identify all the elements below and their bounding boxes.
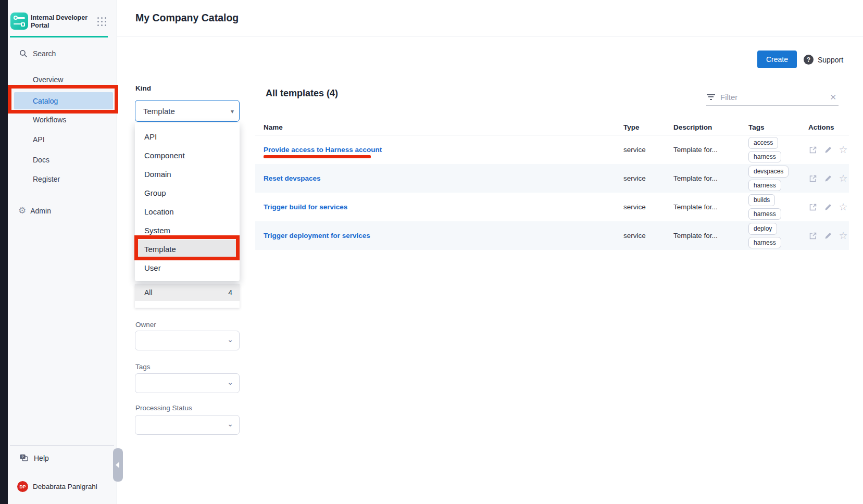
kind-option-api[interactable]: API [135,127,240,146]
clear-filter-icon[interactable]: ✕ [828,93,839,102]
kind-dropdown-menu: API Component Domain Group Location Syst… [135,123,240,281]
sidebar-item-search[interactable]: Search [19,49,56,58]
kind-option-user[interactable]: User [135,258,240,277]
page-header: My Company Catalog [117,0,863,36]
sidebar-item-workflows[interactable]: Workflows [33,116,66,124]
table-row: Reset devspaces service Template for... … [255,164,849,193]
kind-option-domain[interactable]: Domain [135,165,240,183]
chevron-down-icon: ⌄ [227,420,233,428]
tag-chip: builds [748,194,775,206]
tag-chip: devspaces [748,166,789,178]
kind-all-count: 4 [228,288,232,297]
table-row: Trigger deployment for services service … [255,221,849,250]
edit-pencil-icon[interactable] [823,203,833,212]
sidebar-item-help[interactable]: ? Help [19,454,49,462]
tag-chip: deploy [748,223,777,235]
template-link[interactable]: Reset devspaces [264,174,321,182]
description-cell: Template for... [673,174,748,182]
type-cell: service [623,146,673,154]
table-filter: ✕ [706,89,839,106]
edit-pencil-icon[interactable] [823,231,833,241]
help-label: Help [34,454,49,462]
col-header-tags: Tags [748,123,808,131]
brand-divider [10,36,108,37]
owner-filter-label: Owner [135,321,156,329]
description-cell: Template for... [673,203,748,211]
portal-title: Internal Developer Portal [31,14,89,30]
tags-filter-label: Tags [135,363,151,371]
help-chat-icon: ? [19,454,29,462]
kind-option-location[interactable]: Location [135,202,240,221]
chevron-down-icon: ▾ [231,108,234,115]
open-external-icon[interactable] [808,145,818,155]
description-cell: Template for... [673,146,748,154]
table-row: Provide access to Harness account servic… [255,135,849,164]
star-icon[interactable]: ☆ [839,231,848,241]
sidebar-footer-divider [10,445,114,446]
kind-option-template[interactable]: Template [135,240,240,258]
kind-all-row[interactable]: All 4 [135,284,240,301]
page-title: My Company Catalog [135,12,239,24]
template-link[interactable]: Trigger build for services [264,203,347,211]
chevron-down-icon: ⌄ [227,335,233,344]
star-icon[interactable]: ☆ [839,145,848,155]
sidebar-collapse-handle[interactable] [113,448,123,482]
kind-all-label: All [144,288,153,297]
sidebar-item-catalog[interactable]: Catalog [14,92,113,109]
search-label: Search [33,49,56,58]
kind-select[interactable]: Template ▾ [135,100,240,122]
templates-table: Name Type Description Tags Actions Provi… [255,120,849,250]
col-header-name: Name [264,123,623,131]
user-name: Debabrata Panigrahi [33,483,97,490]
template-link[interactable]: Provide access to Harness account [264,146,382,154]
search-icon [19,49,28,58]
admin-label: Admin [30,207,51,215]
type-cell: service [623,174,673,182]
avatar: DP [17,481,28,492]
template-link[interactable]: Trigger deployment for services [264,232,370,240]
col-header-actions: Actions [808,123,849,131]
tags-select[interactable]: ⌄ [135,373,240,393]
tag-chip: harness [748,151,781,163]
kind-option-component[interactable]: Component [135,146,240,165]
edit-pencil-icon[interactable] [823,145,833,155]
support-label: Support [818,56,843,64]
open-external-icon[interactable] [808,174,818,183]
owner-select[interactable]: ⌄ [135,331,240,350]
question-circle-icon: ? [804,55,814,65]
window-edge-strip [0,0,8,504]
col-header-description: Description [673,123,748,131]
col-header-type: Type [623,123,673,131]
svg-text:?: ? [21,455,23,459]
main-content: My Company Catalog Create ? Support Kind… [117,0,863,504]
edit-pencil-icon[interactable] [823,174,833,183]
sidebar-item-register[interactable]: Register [33,175,60,183]
portal-logo-icon [10,12,28,30]
table-header-row: Name Type Description Tags Actions [255,120,849,135]
filter-input[interactable] [720,93,828,102]
gear-icon: ⚙ [18,206,26,215]
support-button[interactable]: ? Support [804,55,843,65]
chevron-down-icon: ⌄ [227,378,233,386]
star-icon[interactable]: ☆ [839,203,848,212]
sidebar-item-overview[interactable]: Overview [33,75,63,84]
sidebar-item-docs[interactable]: Docs [33,156,49,164]
kind-option-system[interactable]: System [135,221,240,240]
sidebar-item-api[interactable]: API [33,135,45,144]
table-heading: All templates (4) [266,88,338,99]
kind-select-value: Template [143,107,175,116]
type-cell: service [623,232,673,240]
kind-option-group[interactable]: Group [135,183,240,202]
processing-status-select[interactable]: ⌄ [135,415,240,435]
create-button[interactable]: Create [757,51,797,68]
star-icon[interactable]: ☆ [839,174,848,183]
processing-status-filter-label: Processing Status [135,404,192,412]
tag-chip: harness [748,237,781,249]
tag-chip: harness [748,208,781,220]
app-switcher-icon[interactable] [97,17,107,27]
sidebar-item-admin[interactable]: ⚙ Admin [18,206,51,215]
open-external-icon[interactable] [808,231,818,241]
open-external-icon[interactable] [808,203,818,212]
user-menu[interactable]: DP Debabrata Panigrahi [17,481,97,492]
table-row: Trigger build for services service Templ… [255,193,849,221]
